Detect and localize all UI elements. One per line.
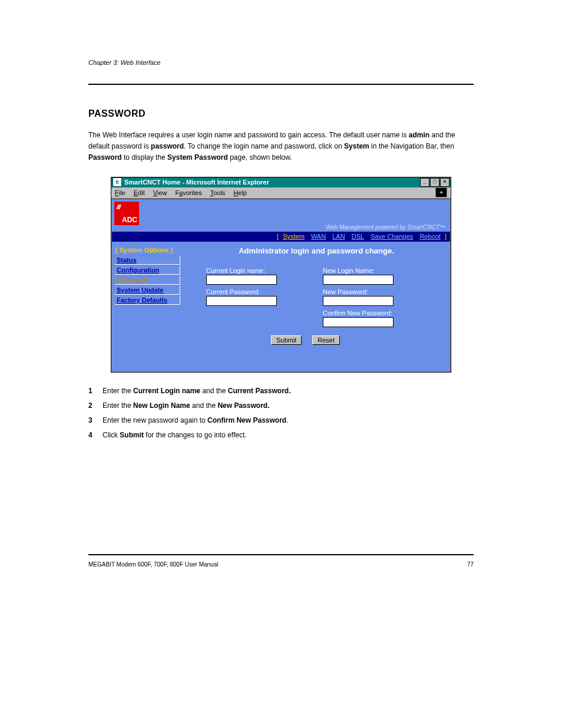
minimize-button[interactable]: _ <box>420 178 429 187</box>
chapter-line: Chapter 3: Web Interface <box>88 59 474 66</box>
intro-text: in the Navigation Bar, then <box>369 142 454 150</box>
input-confirm-password[interactable] <box>323 317 394 327</box>
system-password-word: System Password <box>167 153 228 162</box>
ie-throbber-icon: ✦ <box>435 187 447 197</box>
step-text: Enter the <box>103 387 133 395</box>
browser-viewport: /// ADC Web Management powered by SmartC… <box>111 199 451 372</box>
maximize-button[interactable]: □ <box>430 178 439 187</box>
nav-wan[interactable]: WAN <box>311 233 326 240</box>
sidebar-item-system-update[interactable]: System Update <box>114 285 180 295</box>
step-number: 2 <box>88 400 103 411</box>
footer-rule <box>88 554 474 555</box>
label-confirm-password: Confirm New Password: <box>323 309 411 317</box>
system-word: System <box>344 142 369 150</box>
step-2: 2 Enter the New Login Name and the New P… <box>88 400 474 411</box>
reset-button[interactable]: Reset <box>312 335 340 345</box>
label-new-password: New Password: <box>323 288 411 295</box>
logo-text: ADC <box>122 216 137 224</box>
step-bold: Current Login name <box>133 387 200 395</box>
page-footer: MEGABIT Modem 600F, 700F, 800F User Manu… <box>88 561 474 568</box>
step-bold: Confirm New Password <box>207 416 286 424</box>
step-text: . <box>286 416 288 424</box>
label-new-login: New Login Name: <box>323 267 411 274</box>
submit-button[interactable]: Submit <box>271 335 302 345</box>
navbar: [ System WAN LAN DSL Save Changes Reboot… <box>112 232 450 242</box>
input-new-login[interactable] <box>323 275 394 285</box>
sidebar-item-configuration[interactable]: Configuration <box>114 265 180 275</box>
input-new-password[interactable] <box>323 296 394 306</box>
step-text: Enter the <box>103 401 133 410</box>
sidebar: [ System Options ] Status Configuration … <box>112 242 183 371</box>
steps-list: 1 Enter the Current Login name and the C… <box>88 386 474 442</box>
password-link-word: Password <box>88 153 122 162</box>
footer-left: MEGABIT Modem 600F, 700F, 800F User Manu… <box>88 561 218 568</box>
password-word: password <box>151 142 184 150</box>
ie-icon: e <box>113 177 122 187</box>
intro-text: to display the <box>122 153 167 162</box>
nav-dsl[interactable]: DSL <box>352 233 364 240</box>
input-current-login[interactable] <box>206 275 277 285</box>
menu-edit[interactable]: Edit <box>134 189 145 196</box>
sidebar-item-password[interactable]: Password <box>114 275 180 285</box>
titlebar: e SmartCNCT Home - Microsoft Internet Ex… <box>111 177 451 187</box>
intro-paragraph: The Web Interface requires a user login … <box>88 130 474 164</box>
step-bold: Current Password. <box>228 387 291 395</box>
step-bold: Submit <box>120 431 144 439</box>
sidebar-heading: [ System Options ] <box>114 245 180 255</box>
step-number: 3 <box>88 415 103 426</box>
intro-text: page, shown below. <box>228 153 292 162</box>
form-area: Administrator login and password change.… <box>183 242 450 371</box>
menu-tools[interactable]: Tools <box>210 189 226 196</box>
input-current-password[interactable] <box>206 296 277 306</box>
admin-word: admin <box>409 131 429 139</box>
sidebar-item-factory-defaults[interactable]: Factory Defaults <box>114 295 180 305</box>
section-title: PASSWORD <box>88 108 474 119</box>
nav-reboot[interactable]: Reboot <box>419 233 440 240</box>
label-current-login: Current Login name: <box>206 267 295 274</box>
menu-view[interactable]: View <box>153 189 167 196</box>
menu-favorites[interactable]: Favorites <box>175 189 201 196</box>
intro-text: . To change the login name and password,… <box>184 142 344 150</box>
nav-lan[interactable]: LAN <box>332 233 345 240</box>
window-title: SmartCNCT Home - Microsoft Internet Expl… <box>124 179 420 186</box>
menu-help[interactable]: Help <box>233 189 247 196</box>
step-text: Click <box>103 431 120 439</box>
step-number: 4 <box>88 430 103 441</box>
close-button[interactable]: × <box>440 178 449 187</box>
tagline: Web Management powered by SmartCNCT™ <box>326 224 445 230</box>
label-current-password: Current Password: <box>206 288 295 295</box>
nav-system[interactable]: System <box>283 233 305 240</box>
step-text: and the <box>200 387 228 395</box>
footer-page-number: 77 <box>467 561 474 568</box>
step-4: 4 Click Submit for the changes to go int… <box>88 430 474 441</box>
nav-save-changes[interactable]: Save Changes <box>371 233 413 240</box>
screenshot-window: e SmartCNCT Home - Microsoft Internet Ex… <box>111 177 451 373</box>
menubar: File Edit View Favorites Tools Help ✦ <box>111 187 451 199</box>
step-bold: New Password. <box>217 401 269 410</box>
step-number: 1 <box>88 386 103 397</box>
header-rule <box>88 84 474 85</box>
step-3: 3 Enter the new password again to Confir… <box>88 415 474 426</box>
step-text: Enter the new password again to <box>103 416 207 424</box>
step-text: and the <box>190 401 218 410</box>
intro-text: The Web Interface requires a user login … <box>88 131 409 139</box>
sidebar-item-status[interactable]: Status <box>114 255 180 265</box>
step-bold: New Login Name <box>133 401 190 410</box>
step-1: 1 Enter the Current Login name and the C… <box>88 386 474 397</box>
step-text: for the changes to go into effect. <box>144 431 247 439</box>
menu-file[interactable]: File <box>115 189 125 196</box>
form-title: Administrator login and password change. <box>189 246 444 255</box>
adc-logo: /// ADC <box>114 202 139 225</box>
